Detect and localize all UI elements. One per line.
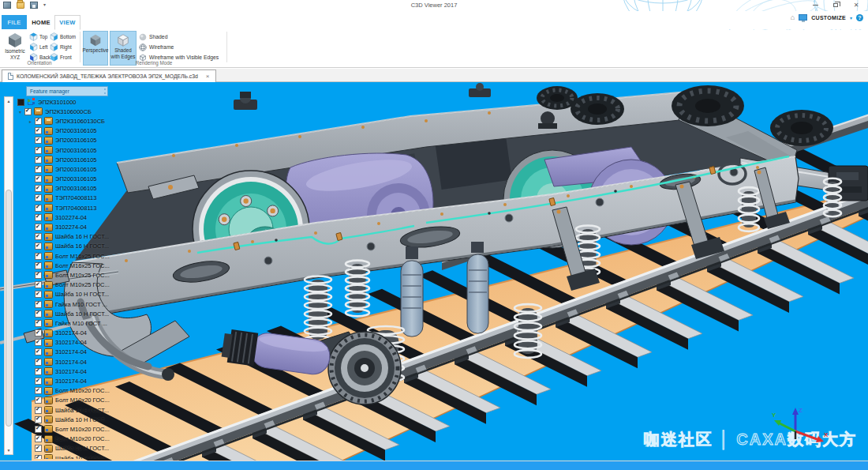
checkbox[interactable]: [35, 291, 42, 298]
chevron-icon[interactable]: [16, 109, 24, 115]
scroll-down-icon[interactable]: ▼: [5, 446, 13, 454]
restore-button[interactable]: [825, 0, 846, 10]
tree-item[interactable]: 3102174-04: [14, 357, 211, 367]
tree-item[interactable]: ЭП2К31060130СБ: [14, 116, 211, 126]
tree-item[interactable]: ЭП2003106105: [14, 136, 211, 145]
feature-manager-header[interactable]: Feature manager: [26, 86, 108, 96]
customize-dropdown-icon[interactable]: ▾: [850, 15, 852, 21]
tree-item[interactable]: 3102174-04: [14, 376, 211, 385]
checkbox[interactable]: [35, 253, 42, 260]
tree-item[interactable]: 3102174-04: [14, 367, 211, 376]
tree-item[interactable]: ЭП2К3106000СБ: [14, 107, 211, 116]
document-tab[interactable]: КОЛОМЕНСКИЙ ЗАВОД_ТЕЛЕЖКА ЭЛЕКТРОВОЗА ЭП…: [2, 70, 216, 82]
tree-item[interactable]: Шайба 10 Н ГОСТ...: [14, 290, 211, 299]
orient-bottom-button[interactable]: Bottom: [50, 32, 76, 41]
checkbox[interactable]: [35, 175, 42, 182]
tree-item[interactable]: Шайба 10 Н ГОСТ...: [14, 415, 211, 424]
checkbox[interactable]: [35, 185, 42, 192]
viewport-3d[interactable]: Feature manager ▲ ▼ ЭП2К3101000 ЭП: [0, 82, 868, 461]
tree-item[interactable]: Болт М10х20 ГОС...: [14, 396, 211, 405]
tree-item[interactable]: Шайба 10 Н ГОСТ...: [14, 309, 211, 318]
app-icon[interactable]: [3, 2, 11, 9]
qat-dropdown-icon[interactable]: ▾: [43, 2, 46, 9]
tree-item[interactable]: 3102174-04: [14, 338, 211, 348]
checkbox[interactable]: [35, 214, 42, 221]
save-icon[interactable]: [30, 2, 38, 9]
tree-item[interactable]: Гайка М10 ГОСТ ...: [14, 299, 211, 309]
tab-file[interactable]: FILE: [2, 15, 27, 29]
checkbox[interactable]: [35, 137, 42, 144]
tree-item[interactable]: ЭП2003106105: [14, 155, 211, 164]
tree-item[interactable]: 3102274-04: [14, 212, 211, 222]
scrollbar-thumb[interactable]: [6, 190, 12, 427]
checkbox[interactable]: [35, 147, 42, 154]
tree-item[interactable]: Болт М10х25 ГОС...: [14, 270, 211, 280]
checkbox[interactable]: [35, 329, 42, 337]
chevron-icon[interactable]: [26, 118, 35, 124]
tree-item[interactable]: 3102174-04: [14, 329, 211, 338]
checkbox[interactable]: [35, 118, 42, 125]
tab-home[interactable]: HOME: [29, 15, 53, 29]
tree-item[interactable]: 3102174-04: [14, 348, 211, 357]
checkbox[interactable]: [35, 435, 42, 442]
checkbox[interactable]: [35, 262, 42, 269]
tree-item[interactable]: Болт М10х20 ГОС...: [14, 434, 211, 444]
tree-item[interactable]: Болт М16х25 ГОС...: [14, 251, 211, 261]
open-file-icon[interactable]: [17, 2, 24, 9]
checkbox[interactable]: [35, 156, 42, 164]
minimize-button[interactable]: [805, 0, 825, 10]
customize-button[interactable]: CUSTOMIZE: [811, 15, 846, 21]
checkbox[interactable]: [35, 243, 42, 250]
checkbox[interactable]: [35, 407, 42, 414]
tree-item[interactable]: 3102274-04: [14, 222, 211, 231]
tree-item[interactable]: ТЭП704008113: [14, 194, 211, 203]
tree-item[interactable]: ЭП2003106105: [14, 164, 211, 174]
scroll-up-icon[interactable]: ▲: [5, 97, 13, 105]
checkbox[interactable]: [35, 455, 42, 459]
checkbox[interactable]: [35, 281, 42, 288]
wireframe-option[interactable]: Wireframe: [139, 43, 174, 51]
tree-item[interactable]: ЭП2003106105: [14, 184, 211, 194]
tree-item[interactable]: ЭП2003106105: [14, 175, 211, 184]
tree-item[interactable]: Шайба 10 Н ГОСТ...: [14, 444, 211, 453]
checkbox[interactable]: [35, 310, 42, 318]
tree-item[interactable]: ЭП2К3101000: [14, 97, 211, 107]
checkbox[interactable]: [35, 387, 42, 394]
tree-item[interactable]: ЭП2003106105: [14, 145, 211, 155]
checkbox[interactable]: [35, 233, 42, 240]
checkbox[interactable]: [35, 397, 42, 404]
tree-item[interactable]: Болт М10х25 ГОС...: [14, 280, 211, 290]
tree-item[interactable]: Шайба 16 Н ГОСТ...: [14, 232, 211, 242]
checkbox[interactable]: [35, 445, 42, 452]
tree-item[interactable]: Шайба 10 Н ГОСТ...: [14, 453, 211, 459]
tree-item[interactable]: Болт М16х25 ГОС...: [14, 261, 211, 270]
checkbox[interactable]: [24, 108, 32, 115]
close-button[interactable]: ✕: [846, 0, 866, 10]
checkbox[interactable]: [35, 205, 42, 212]
shaded-option[interactable]: Shaded: [139, 32, 167, 41]
orient-left-button[interactable]: Left: [29, 42, 48, 51]
tree-item[interactable]: Болт М10х20 ГОС...: [14, 424, 211, 434]
checkbox[interactable]: [35, 301, 42, 308]
tree-item[interactable]: ЭП2003106105: [14, 126, 211, 136]
checkbox[interactable]: [35, 416, 42, 423]
checkbox[interactable]: [35, 320, 42, 327]
tree-item[interactable]: Шайба 16 Н ГОСТ...: [14, 242, 211, 251]
checkbox[interactable]: [35, 166, 42, 173]
tree-item[interactable]: Гайка М10 ГОСТ ...: [14, 318, 211, 328]
tree-item[interactable]: ТЭП704008113: [14, 203, 211, 212]
tree-item[interactable]: Шайба 10 Н ГОСТ...: [14, 405, 211, 415]
checkbox[interactable]: [35, 194, 42, 201]
tab-view[interactable]: VIEW: [54, 15, 80, 30]
checkbox[interactable]: [35, 368, 42, 375]
checkbox[interactable]: [35, 272, 42, 279]
checkbox[interactable]: [35, 359, 42, 366]
tree-item[interactable]: Болт М10х20 ГОС...: [14, 386, 211, 396]
home-icon[interactable]: ⌂: [791, 13, 795, 21]
monitor-icon[interactable]: [799, 14, 807, 21]
orient-top-button[interactable]: Top: [29, 32, 47, 41]
orient-right-button[interactable]: Right: [50, 42, 72, 51]
checkbox[interactable]: [35, 348, 42, 355]
feature-tree-scrollbar[interactable]: ▲ ▼: [4, 96, 13, 455]
help-icon[interactable]: ?: [856, 14, 863, 21]
